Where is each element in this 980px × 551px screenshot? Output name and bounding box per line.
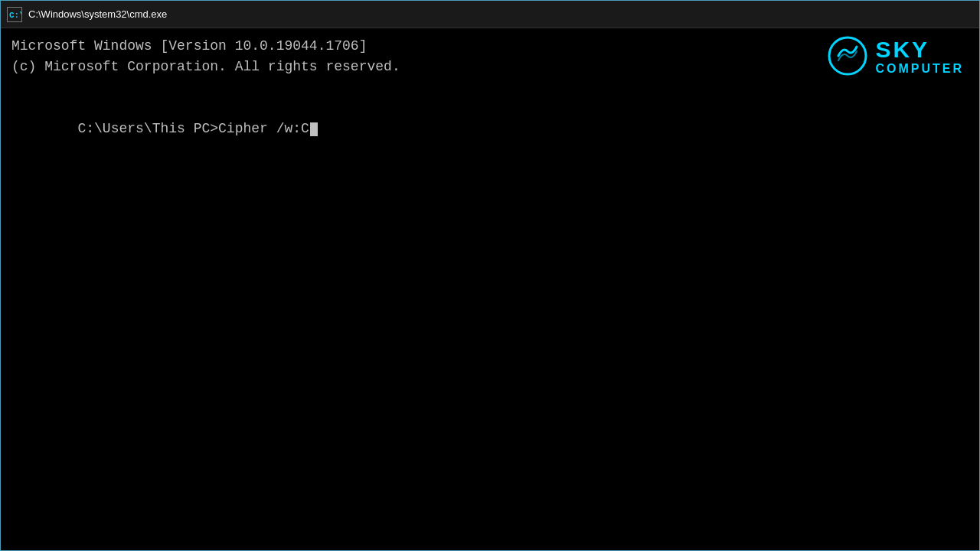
- logo-text: SKY COMPUTER: [875, 37, 964, 76]
- svg-text:C:\: C:\: [9, 11, 21, 20]
- cmd-icon: C:\: [7, 7, 22, 22]
- title-bar: C:\ C:\Windows\system32\cmd.exe: [1, 1, 979, 28]
- logo-sky: SKY: [875, 37, 929, 62]
- logo-computer: COMPUTER: [875, 62, 964, 76]
- cmd-window: C:\ C:\Windows\system32\cmd.exe Microsof…: [0, 0, 980, 551]
- prompt-text: C:\Users\This PC>Cipher /w:C: [77, 121, 309, 136]
- content-area: Microsoft Windows [Version 10.0.19044.17…: [1, 28, 979, 550]
- terminal[interactable]: Microsoft Windows [Version 10.0.19044.17…: [1, 28, 979, 550]
- terminal-line-3: [11, 77, 969, 98]
- terminal-prompt: C:\Users\This PC>Cipher /w:C: [11, 98, 969, 160]
- terminal-line-2: (c) Microsoft Corporation. All rights re…: [11, 57, 969, 77]
- logo-area: SKY COMPUTER: [828, 36, 964, 76]
- cursor: [310, 122, 318, 136]
- terminal-line-1: Microsoft Windows [Version 10.0.19044.17…: [11, 36, 969, 57]
- window-title: C:\Windows\system32\cmd.exe: [28, 8, 167, 20]
- sky-logo-icon: [828, 36, 867, 76]
